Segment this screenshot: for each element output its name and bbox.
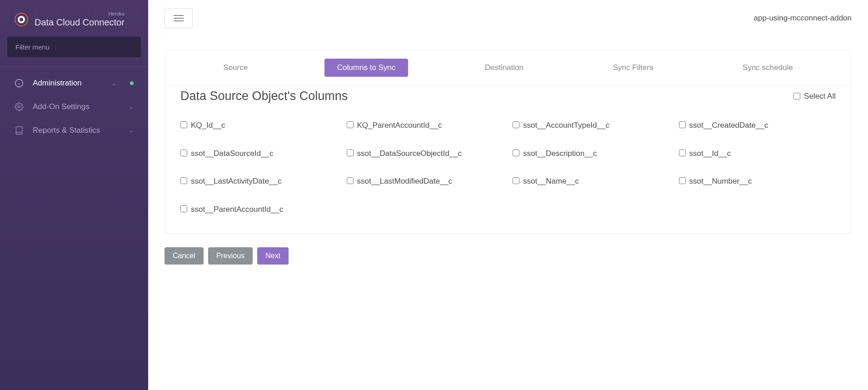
filter-menu-input[interactable] <box>7 37 141 57</box>
sidebar-header: Heroku Data Cloud Connector <box>0 0 148 37</box>
column-checkbox-input[interactable] <box>180 177 187 184</box>
chevron-down-icon: ⌄ <box>112 80 116 86</box>
column-checkbox[interactable]: ssot__Number__c <box>679 175 836 187</box>
column-checkbox[interactable]: ssot__LastActivityDate__c <box>180 175 338 187</box>
column-checkbox[interactable]: ssot__ParentAccountId__c <box>180 204 338 215</box>
column-checkbox-input[interactable] <box>679 121 686 128</box>
column-checkbox[interactable]: ssot__DataSourceId__c <box>180 148 338 160</box>
tab-sync-filters[interactable]: Sync Filters <box>600 59 666 77</box>
select-all-input[interactable] <box>793 93 800 100</box>
sidebar-item-reports[interactable]: Reports & Statistics ⌄ <box>0 119 148 142</box>
column-checkbox-input[interactable] <box>180 205 187 212</box>
column-checkbox[interactable]: ssot__DataSourceObjectId__c <box>347 148 504 160</box>
columns-grid: KQ_Id__cKQ_ParentAccountId__cssot__Accou… <box>165 110 851 233</box>
column-checkbox[interactable]: KQ_ParentAccountId__c <box>347 120 504 131</box>
gear-icon <box>15 102 24 111</box>
column-label: ssot__Number__c <box>689 175 752 187</box>
tab-destination[interactable]: Destination <box>472 59 536 77</box>
column-checkbox[interactable]: ssot__CreatedDate__c <box>679 120 836 131</box>
sidebar-menu: Administration ⌄ Add-On Settings ⌄ Repor… <box>0 67 148 142</box>
document-icon <box>15 126 24 135</box>
column-checkbox-input[interactable] <box>513 177 519 184</box>
logo-icon <box>15 13 28 26</box>
column-checkbox-input[interactable] <box>679 150 686 156</box>
next-button[interactable]: Next <box>257 247 289 265</box>
select-all-checkbox[interactable]: Select All <box>793 92 836 101</box>
status-dot <box>130 81 134 85</box>
column-label: ssot__Name__c <box>523 175 579 187</box>
column-checkbox-input[interactable] <box>347 121 354 128</box>
column-label: ssot__Description__c <box>523 148 597 160</box>
tab-sync-schedule[interactable]: Sync schedule <box>730 59 806 77</box>
column-checkbox-input[interactable] <box>513 121 519 128</box>
column-checkbox-input[interactable] <box>180 121 187 128</box>
tab-source[interactable]: Source <box>210 59 260 77</box>
column-label: ssot__DataSourceId__c <box>191 148 273 160</box>
main-content: app-using-mcconnect-addon Source Columns… <box>148 0 868 390</box>
column-checkbox[interactable]: ssot__Id__c <box>679 148 836 160</box>
sidebar-item-administration[interactable]: Administration ⌄ <box>0 71 148 95</box>
column-label: ssot__AccountTypeId__c <box>523 120 609 131</box>
column-label: ssot__CreatedDate__c <box>689 120 768 131</box>
column-checkbox[interactable]: KQ_Id__c <box>180 120 338 131</box>
column-checkbox-input[interactable] <box>180 150 187 156</box>
column-checkbox-input[interactable] <box>347 150 354 156</box>
chevron-down-icon: ⌄ <box>129 104 134 110</box>
column-checkbox-input[interactable] <box>679 177 686 184</box>
column-checkbox[interactable]: ssot__Description__c <box>513 148 670 160</box>
column-label: ssot__LastModifiedDate__c <box>357 175 453 187</box>
cancel-button[interactable]: Cancel <box>165 247 204 265</box>
column-label: ssot__LastActivityDate__c <box>191 175 281 187</box>
sidebar: Heroku Data Cloud Connector Administrati… <box>0 0 148 390</box>
column-label: ssot__ParentAccountId__c <box>191 204 283 215</box>
sidebar-item-label: Add-On Settings <box>33 102 120 111</box>
column-checkbox-input[interactable] <box>347 177 354 184</box>
sidebar-subtitle: Heroku <box>35 11 125 16</box>
column-checkbox-input[interactable] <box>513 150 519 156</box>
chevron-down-icon: ⌄ <box>129 127 134 134</box>
wizard-tabs: Source Columns to Sync Destination Sync … <box>165 50 851 85</box>
sidebar-title: Data Cloud Connector <box>35 17 125 28</box>
sidebar-item-label: Administration <box>33 79 103 88</box>
hamburger-button[interactable] <box>165 8 193 28</box>
sidebar-item-addon-settings[interactable]: Add-On Settings ⌄ <box>0 95 148 119</box>
hamburger-icon <box>174 15 184 21</box>
column-checkbox[interactable]: ssot__Name__c <box>513 175 670 187</box>
app-name: app-using-mcconnect-addon <box>754 14 852 23</box>
column-label: ssot__Id__c <box>689 148 731 160</box>
column-checkbox[interactable]: ssot__LastModifiedDate__c <box>347 175 504 187</box>
column-label: ssot__DataSourceObjectId__c <box>357 148 462 160</box>
topbar: app-using-mcconnect-addon <box>148 0 868 36</box>
select-all-label: Select All <box>804 92 836 101</box>
tab-columns-to-sync[interactable]: Columns to Sync <box>324 59 409 77</box>
column-checkbox[interactable]: ssot__AccountTypeId__c <box>513 120 670 131</box>
svg-point-3 <box>18 106 20 108</box>
wizard-card: Source Columns to Sync Destination Sync … <box>165 50 852 234</box>
column-label: KQ_ParentAccountId__c <box>357 120 442 131</box>
section-title: Data Source Object's Columns <box>180 89 348 103</box>
column-label: KQ_Id__c <box>191 120 225 131</box>
footer-buttons: Cancel Previous Next <box>165 234 852 265</box>
info-icon <box>15 79 24 88</box>
sidebar-item-label: Reports & Statistics <box>33 126 120 135</box>
previous-button[interactable]: Previous <box>208 247 253 265</box>
